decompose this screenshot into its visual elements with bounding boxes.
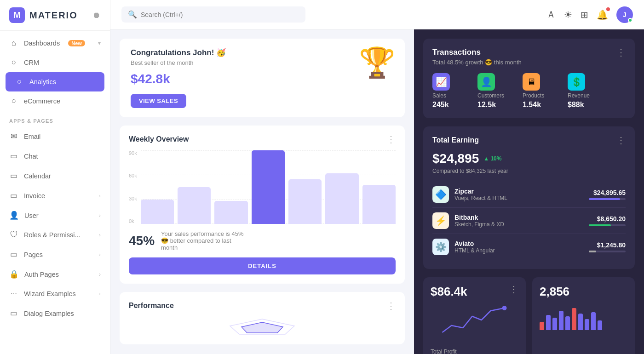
wizard-icon: ···	[9, 289, 18, 298]
bar-2	[178, 187, 211, 224]
trans-item-sales: 📈 Sales 245k	[432, 73, 474, 109]
zipcar-amount: $24,895.65	[589, 189, 626, 200]
weekly-title: Weekly Overview	[129, 135, 189, 143]
pages-label: Pages	[24, 251, 43, 258]
chat-label: Chat	[24, 153, 38, 160]
search-icon: 🔍	[128, 10, 137, 19]
sidebar-item-invoice[interactable]: ▭ Invoice ›	[0, 186, 110, 206]
ecommerce-label: eCommerce	[24, 97, 60, 105]
sidebar-item-dialog[interactable]: ▭ Dialog Examples	[0, 303, 110, 323]
weekly-header: Weekly Overview ⋮	[129, 135, 396, 144]
dashboard-body: Congratulations John! 🥳 Best seller of t…	[110, 29, 644, 354]
congrats-title: Congratulations John! 🥳	[131, 48, 226, 57]
sidebar-item-crm[interactable]: ○ CRM	[0, 53, 110, 72]
sidebar-item-auth[interactable]: 🔒 Auth Pages ›	[0, 264, 110, 284]
weekly-overview-card: Weekly Overview ⋮ 90k 60k 30k 0k	[120, 126, 405, 284]
congrats-subtitle: Best seller of the month	[131, 59, 226, 66]
dialog-label: Dialog Examples	[24, 310, 74, 317]
products-icon: 🖥	[523, 73, 540, 91]
avatar[interactable]: J	[616, 6, 633, 23]
bell-icon[interactable]: 🔔	[597, 9, 608, 20]
user-label: User	[24, 212, 39, 219]
search-bar[interactable]: 🔍	[121, 6, 305, 23]
bar-6	[325, 173, 358, 224]
circle-active-icon: ○	[15, 77, 24, 86]
record-icon[interactable]: ⏺	[92, 11, 101, 20]
middle-row: Weekly Overview ⋮ 90k 60k 30k 0k	[120, 126, 405, 284]
sidebar-item-wizard[interactable]: ··· Wizard Examples ›	[0, 284, 110, 303]
notification-badge	[606, 7, 610, 11]
roles-label: Roles & Permissi...	[24, 231, 80, 239]
trophy-emoji: 🏆	[359, 48, 396, 77]
aviato-logo: ⚙️	[432, 239, 449, 255]
customers-icon: 👤	[477, 73, 495, 91]
earning-more-button[interactable]: ⋮	[616, 136, 626, 145]
email-icon: ✉	[9, 131, 18, 141]
stat-number-2856: 2,856	[540, 285, 627, 299]
profit-chart-label: Total Profit	[431, 348, 518, 354]
sales-label: Sales	[432, 92, 446, 99]
transactions-more-button[interactable]: ⋮	[616, 48, 626, 57]
bar-3	[214, 201, 247, 224]
products-value: 1.54k	[523, 101, 541, 109]
stat-2856-card: 2,856	[532, 277, 635, 354]
bitbank-sub: Sketch, Figma & XD	[454, 221, 504, 228]
weekly-more-button[interactable]: ⋮	[386, 135, 396, 144]
profit-row: $86.4k ⋮ Total Profit Weekly Profit $25.…	[423, 277, 635, 354]
earning-amount: $24,895	[432, 151, 479, 166]
earning-growth: ▲ 10%	[483, 155, 501, 162]
sidebar-item-user[interactable]: 👤 User ›	[0, 206, 110, 225]
dashboards-label: Dashboards	[24, 40, 60, 47]
performance-more-button[interactable]: ⋮	[386, 301, 396, 310]
transactions-title: Transactions	[432, 48, 522, 57]
weekly-description: Your sales performance is 45% 😎 better c…	[161, 230, 244, 251]
earning-item-aviato: ⚙️ Aviato HTML & Angular $1,245.80	[432, 234, 626, 260]
svg-marker-1	[242, 322, 283, 333]
performance-header: Performance ⋮	[129, 301, 396, 310]
grid-icon[interactable]: ⊞	[581, 9, 588, 20]
chevron-down-icon: ▾	[98, 40, 101, 46]
sidebar-item-email[interactable]: ✉ Email	[0, 126, 110, 146]
weekly-percentage: 45%	[129, 234, 155, 248]
customers-label: Customers	[477, 92, 504, 99]
sidebar-item-roles[interactable]: 🛡 Roles & Permissi... ›	[0, 225, 110, 245]
view-sales-button[interactable]: VIEW SALES	[131, 94, 186, 108]
sidebar-item-calendar[interactable]: ▭ Calendar	[0, 166, 110, 186]
bitbank-amount: $8,650.20	[589, 215, 626, 226]
weekly-footer: 45% Your sales performance is 45% 😎 bett…	[129, 230, 396, 251]
left-panel: Congratulations John! 🥳 Best seller of t…	[110, 29, 414, 354]
details-button[interactable]: DETAILS	[129, 257, 396, 274]
zipcar-sub: Vuejs, React & HTML	[454, 195, 507, 201]
dialog-icon: ▭	[9, 308, 18, 318]
profit-amount: $86.4k	[431, 285, 467, 299]
congrats-amount: $42.8k	[131, 72, 226, 86]
top-row: Congratulations John! 🥳 Best seller of t…	[120, 39, 405, 117]
sidebar-item-pages[interactable]: ▭ Pages ›	[0, 245, 110, 264]
sidebar-item-analytics[interactable]: ○ Analytics	[6, 72, 104, 91]
chevron-right-icon-5: ›	[99, 271, 101, 278]
revenue-value: $88k	[568, 101, 584, 109]
trans-item-customers: 👤 Customers 12.5k	[477, 73, 519, 109]
bitbank-name: Bitbank	[454, 214, 504, 221]
translate-icon[interactable]: Ａ	[546, 8, 556, 21]
profit-more-button[interactable]: ⋮	[509, 285, 518, 294]
bar-chart-container	[141, 150, 396, 224]
user-icon: 👤	[9, 211, 19, 220]
search-input[interactable]	[141, 11, 299, 18]
home-icon: ⌂	[9, 39, 18, 48]
chevron-right-icon-6: ›	[99, 291, 101, 297]
sun-icon[interactable]: ☀	[564, 9, 572, 20]
sales-icon: 📈	[432, 73, 450, 91]
sidebar-item-ecommerce[interactable]: ○ eCommerce	[0, 91, 110, 111]
crm-label: CRM	[24, 59, 39, 66]
new-badge: New	[68, 40, 85, 46]
topbar-actions: Ａ ☀ ⊞ 🔔 J	[546, 6, 633, 23]
earning-item-zipcar: 🔷 Zipcar Vuejs, React & HTML $24,895.65	[432, 182, 626, 208]
trans-item-revenue: 💲 Revenue $88k	[568, 73, 609, 109]
sidebar-item-dashboards[interactable]: ⌂ Dashboards New ▾	[0, 34, 110, 53]
earning-item-bitbank: ⚡ Bitbank Sketch, Figma & XD $8,650.20	[432, 208, 626, 234]
profit-sparkline	[431, 303, 518, 339]
sidebar-item-chat[interactable]: ▭ Chat	[0, 146, 110, 166]
wizard-label: Wizard Examples	[24, 290, 76, 297]
performance-title: Performance	[129, 302, 174, 310]
